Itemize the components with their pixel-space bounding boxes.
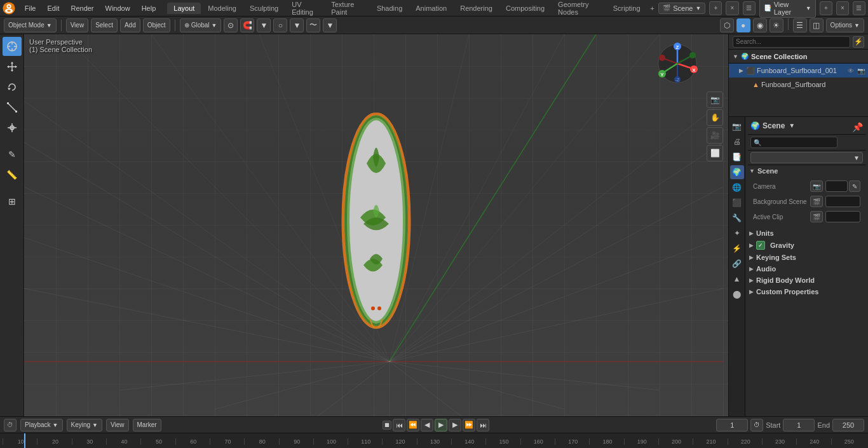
outliner-filter-button[interactable]: ⚡ bbox=[853, 36, 864, 48]
units-section-header[interactable]: ▶ Units bbox=[748, 227, 865, 239]
jump-to-end-button[interactable]: ⏭ bbox=[477, 419, 489, 431]
view-layer-selector[interactable]: 📑 View Layer ▼ bbox=[759, 0, 816, 18]
visibility-toggle-funboard-001[interactable]: 👁 bbox=[846, 66, 855, 75]
scene-add-button[interactable]: + bbox=[709, 1, 722, 15]
camera-lock-button[interactable]: 🎥 bbox=[707, 127, 723, 144]
gravity-section-header[interactable]: ▶ ✓ Gravity bbox=[748, 239, 865, 252]
snap-button[interactable]: 🧲 bbox=[240, 18, 254, 32]
current-frame-input[interactable]: 1 bbox=[716, 419, 748, 431]
timeline-mode-button[interactable]: ⏱ bbox=[4, 419, 17, 431]
background-scene-field[interactable] bbox=[825, 196, 860, 207]
prev-frame-button[interactable]: ◀ bbox=[421, 419, 433, 431]
gravity-checkbox[interactable]: ✓ bbox=[756, 241, 765, 250]
add-cube-tool[interactable]: ⊞ bbox=[3, 192, 22, 211]
viewlayer-add-button[interactable]: + bbox=[820, 1, 832, 15]
select-menu[interactable]: Select bbox=[91, 18, 118, 32]
frame-options-button[interactable]: ⏱ bbox=[750, 419, 763, 431]
tab-uv-editing[interactable]: UV Editing bbox=[285, 0, 324, 18]
add-workspace-button[interactable]: + bbox=[648, 2, 658, 15]
jump-to-start-button[interactable]: ⏮ bbox=[393, 419, 405, 431]
camera-icon-field[interactable]: 📷 bbox=[810, 180, 823, 192]
custom-properties-section-header[interactable]: ▶ Custom Properties bbox=[748, 286, 865, 297]
measure-tool[interactable]: 📏 bbox=[3, 165, 22, 184]
annotate-options[interactable]: ▼ bbox=[323, 18, 337, 32]
data-props-button[interactable]: ▲ bbox=[730, 272, 744, 286]
menu-render[interactable]: Render bbox=[65, 3, 98, 13]
proportional-edit-options[interactable]: ▼ bbox=[290, 18, 304, 32]
menu-window[interactable]: Window bbox=[100, 3, 135, 13]
end-frame-input[interactable]: 250 bbox=[832, 419, 864, 431]
next-frame-button[interactable]: ▶ bbox=[449, 419, 461, 431]
annotate-tool[interactable]: ✎ bbox=[3, 145, 22, 164]
render-props-button[interactable]: 📷 bbox=[730, 119, 744, 133]
viewport-shading-solid[interactable]: ● bbox=[736, 18, 750, 32]
viewport-shading-rendered[interactable]: ☀ bbox=[770, 18, 783, 32]
options-button[interactable]: Options ▼ bbox=[826, 18, 864, 32]
xray-toggle[interactable]: ◫ bbox=[810, 18, 824, 32]
start-frame-input[interactable]: 1 bbox=[783, 419, 815, 431]
blender-logo[interactable] bbox=[3, 1, 16, 15]
material-props-button[interactable]: ⬤ bbox=[730, 287, 744, 301]
view-button[interactable]: View bbox=[106, 419, 129, 431]
tab-compositing[interactable]: Compositing bbox=[499, 3, 551, 14]
audio-section-header[interactable]: ▶ Audio bbox=[748, 263, 865, 275]
active-clip-field[interactable] bbox=[825, 211, 860, 222]
tab-animation[interactable]: Animation bbox=[409, 3, 453, 14]
tab-rendering[interactable]: Rendering bbox=[454, 3, 499, 14]
grease-pencil-button[interactable]: 〜 bbox=[306, 18, 320, 32]
rigid-body-world-section-header[interactable]: ▶ Rigid Body World bbox=[748, 275, 865, 286]
props-filter-dropdown[interactable]: ▼ bbox=[750, 152, 863, 163]
menu-edit[interactable]: Edit bbox=[42, 3, 64, 13]
scale-tool[interactable] bbox=[3, 98, 22, 117]
transform-tool[interactable] bbox=[3, 118, 22, 137]
scene-props-button[interactable]: 🌍 bbox=[730, 165, 744, 179]
next-keyframe-button[interactable]: ⏩ bbox=[463, 419, 475, 431]
tab-scripting[interactable]: Scripting bbox=[607, 3, 647, 14]
keying-sets-section-header[interactable]: ▶ Keying Sets bbox=[748, 252, 865, 263]
viewlayer-options-button[interactable]: ☰ bbox=[853, 1, 865, 15]
viewport-shading-material[interactable]: ◉ bbox=[753, 18, 767, 32]
object-menu[interactable]: Object bbox=[143, 18, 170, 32]
output-props-button[interactable]: 🖨 bbox=[730, 135, 744, 149]
surfboard-object[interactable] bbox=[338, 112, 414, 330]
particles-props-button[interactable]: ✦ bbox=[730, 226, 744, 240]
view-menu[interactable]: View bbox=[66, 18, 89, 32]
active-clip-icon[interactable]: 🎬 bbox=[810, 211, 823, 222]
world-props-button[interactable]: 🌐 bbox=[730, 180, 744, 194]
overlay-toggle[interactable]: ☰ bbox=[793, 18, 807, 32]
object-props-button[interactable]: ⬛ bbox=[730, 196, 744, 210]
timeline-track[interactable]: 1020304050607080901001101201301401501601… bbox=[0, 433, 868, 448]
rotate-tool[interactable] bbox=[3, 78, 22, 97]
expand-arrow-funboard[interactable] bbox=[744, 81, 750, 88]
object-mode-selector[interactable]: Object Mode ▼ bbox=[4, 18, 57, 32]
expand-arrow-funboard-001[interactable]: ▶ bbox=[738, 67, 744, 74]
props-pin-button[interactable]: 📌 bbox=[852, 122, 863, 132]
proportional-edit-button[interactable]: ○ bbox=[273, 18, 287, 32]
camera-value-field[interactable] bbox=[825, 180, 848, 192]
marker-button[interactable]: Marker bbox=[133, 419, 161, 431]
background-scene-icon[interactable]: 🎬 bbox=[810, 196, 823, 207]
viewlayer-remove-button[interactable]: × bbox=[836, 1, 849, 15]
camera-edit-button[interactable]: ✎ bbox=[849, 180, 860, 192]
tab-texture-paint[interactable]: Texture Paint bbox=[325, 0, 370, 18]
scene-options-button[interactable]: ☰ bbox=[743, 1, 756, 15]
menu-file[interactable]: File bbox=[20, 3, 41, 13]
render-border-button[interactable]: ⬜ bbox=[707, 145, 723, 161]
3d-viewport[interactable]: User Perspective (1) Scene Collection bbox=[24, 34, 728, 416]
outliner-item-funboard-001[interactable]: ▶ ⬛ Funboard_Surfboard_001 👁 📷 bbox=[729, 64, 868, 78]
constraints-props-button[interactable]: 🔗 bbox=[730, 257, 744, 271]
cursor-tool[interactable] bbox=[3, 37, 22, 56]
playback-button[interactable]: Playback ▼ bbox=[20, 419, 63, 431]
pivot-point-button[interactable]: ⊙ bbox=[224, 18, 238, 32]
render-toggle-funboard-001[interactable]: 📷 bbox=[857, 66, 865, 75]
outliner-item-funboard[interactable]: ▲ Funboard_Surfboard bbox=[729, 78, 868, 92]
tab-modeling[interactable]: Modeling bbox=[201, 3, 243, 14]
outliner-search-input[interactable] bbox=[733, 36, 850, 48]
scene-selector[interactable]: 🎬 Scene ▼ bbox=[658, 3, 705, 14]
hand-pan-button[interactable]: ✋ bbox=[707, 109, 723, 126]
camera-view-button[interactable]: 📷 bbox=[707, 92, 723, 108]
axis-gizmo[interactable]: Z -Z X Y bbox=[656, 42, 699, 85]
tab-geometry-nodes[interactable]: Geometry Nodes bbox=[552, 0, 606, 18]
scene-section-header[interactable]: ▼ Scene bbox=[748, 165, 865, 177]
scene-remove-button[interactable]: × bbox=[726, 1, 738, 15]
